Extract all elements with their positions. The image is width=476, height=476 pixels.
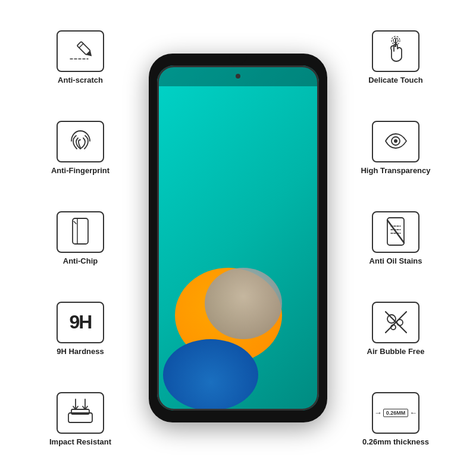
arrow-left: → xyxy=(374,408,382,417)
delicate-touch-icon-box xyxy=(372,30,419,72)
feature-delicate-touch: Delicate Touch xyxy=(354,30,437,84)
anti-scratch-icon-box xyxy=(57,30,104,72)
9h-hardness-label: 9H Hardness xyxy=(57,347,104,356)
feature-9h-hardness: 9H 9H Hardness xyxy=(39,302,122,356)
arrow-right: ← xyxy=(409,408,417,417)
svg-point-19 xyxy=(387,315,396,323)
right-features: Delicate Touch High Transparency xyxy=(345,6,446,470)
phone-mockup xyxy=(131,12,345,464)
phone-screen xyxy=(157,65,319,411)
svg-line-18 xyxy=(387,220,404,243)
9h-text: 9H xyxy=(70,311,92,333)
9h-icon-box: 9H xyxy=(57,302,104,343)
phone-body xyxy=(149,54,327,422)
feature-anti-scratch: Anti-scratch xyxy=(39,30,122,84)
feature-impact-resistant: Impact Resistant xyxy=(39,392,122,446)
svg-point-13 xyxy=(394,139,397,143)
svg-marker-2 xyxy=(86,51,93,58)
anti-chip-icon-box xyxy=(57,211,104,253)
impact-resistant-icon-box xyxy=(57,392,104,434)
high-transparency-icon-box xyxy=(372,121,419,162)
feature-anti-chip: Anti-Chip xyxy=(39,211,122,265)
feature-thickness: → 0.26MM ← 0.26mm thickness xyxy=(354,392,437,446)
anti-chip-label: Anti-Chip xyxy=(63,256,98,265)
gray-blob xyxy=(205,268,282,339)
anti-fingerprint-label: Anti-Fingerprint xyxy=(51,166,109,175)
anti-oil-stains-label: Anti Oil Stains xyxy=(369,256,422,265)
feature-anti-fingerprint: Anti-Fingerprint xyxy=(39,121,122,175)
thickness-arrows: → 0.26MM ← xyxy=(374,408,418,417)
anti-fingerprint-icon-box xyxy=(57,121,104,162)
feature-air-bubble-free: Air Bubble Free xyxy=(354,302,437,356)
thickness-label: 0.26mm thickness xyxy=(362,437,429,446)
air-bubble-free-icon-box xyxy=(372,302,419,343)
blue-blob xyxy=(163,339,258,411)
svg-line-3 xyxy=(79,43,83,48)
main-container: Anti-scratch Anti-Fingerprint xyxy=(0,0,476,476)
thickness-icon-box: → 0.26MM ← xyxy=(372,392,419,434)
left-features: Anti-scratch Anti-Fingerprint xyxy=(30,6,131,470)
feature-high-transparency: High Transparency xyxy=(354,121,437,175)
thickness-value-inner: 0.26MM xyxy=(383,409,409,417)
impact-resistant-label: Impact Resistant xyxy=(49,437,111,446)
screen-topbar xyxy=(157,65,319,86)
camera-dot xyxy=(236,74,240,79)
anti-scratch-label: Anti-scratch xyxy=(58,76,103,84)
high-transparency-label: High Transparency xyxy=(361,166,430,175)
feature-anti-oil-stains: Anti Oil Stains xyxy=(354,211,437,265)
anti-oil-stains-icon-box xyxy=(372,211,419,253)
air-bubble-free-label: Air Bubble Free xyxy=(367,347,425,356)
delicate-touch-label: Delicate Touch xyxy=(368,76,423,84)
